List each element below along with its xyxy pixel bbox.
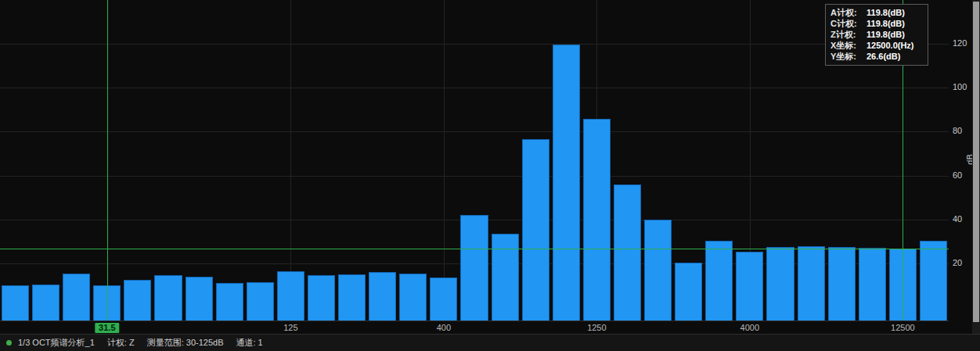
x-axis-tick-label: 1250 <box>587 323 606 333</box>
frequency-band-bar[interactable] <box>828 247 856 321</box>
chart-plot-area[interactable] <box>0 0 949 321</box>
x-axis: 31.51254001250400012500 <box>0 321 949 334</box>
frequency-band-bar[interactable] <box>920 241 947 321</box>
readout-row: C计权: 119.8(dB) <box>830 18 923 29</box>
frequency-band-bar[interactable] <box>766 247 794 321</box>
frequency-band-bar[interactable] <box>124 280 151 321</box>
vertical-scrollbar[interactable] <box>972 0 980 334</box>
readout-label-a-weight: A计权: <box>830 7 867 18</box>
x-axis-tick-label: 12500 <box>891 323 915 333</box>
y-axis-tick-label: 120 <box>953 38 967 48</box>
readout-row: X坐标: 12500.0(Hz) <box>830 40 923 51</box>
horizontal-gridline <box>0 88 949 88</box>
y-axis: dB 20406080100120 <box>949 0 972 321</box>
readout-label-x-coord: X坐标: <box>830 40 867 51</box>
frequency-band-bar[interactable] <box>583 119 611 321</box>
channel-indicator-dot <box>6 340 12 346</box>
readout-label-y-coord: Y坐标: <box>830 51 867 62</box>
y-axis-tick-label: 40 <box>953 214 962 224</box>
readout-row: Y坐标: 26.6(dB) <box>830 51 923 62</box>
readout-label-z-weight: Z计权: <box>830 29 867 40</box>
x-axis-tick-label: 125 <box>283 323 297 333</box>
frequency-band-bar[interactable] <box>675 263 702 321</box>
range-label: 测量范围: 30-125dB <box>147 337 224 349</box>
horizontal-gridline <box>0 44 949 45</box>
frequency-band-bar[interactable] <box>705 241 733 321</box>
readout-value-y-coord: 26.6(dB) <box>867 51 900 62</box>
frequency-band-bar[interactable] <box>186 277 213 321</box>
status-bar: 1/3 OCT频谱分析_1 计权: Z 测量范围: 30-125dB 通道: 1 <box>0 334 980 351</box>
frequency-band-bar[interactable] <box>492 234 519 321</box>
readout-value-a-weight: 119.8(dB) <box>867 7 905 18</box>
readout-value-c-weight: 119.8(dB) <box>867 18 905 29</box>
horizontal-gridline <box>0 176 949 177</box>
y-axis-tick-label: 100 <box>953 82 967 92</box>
x-axis-tick-label: 4000 <box>740 323 759 333</box>
measurement-title: 1/3 OCT频谱分析_1 <box>18 337 95 349</box>
frequency-band-bar[interactable] <box>644 220 672 321</box>
x-axis-cursor-badge: 31.5 <box>95 323 119 333</box>
readout-value-x-coord: 12500.0(Hz) <box>867 40 914 51</box>
frequency-band-bar[interactable] <box>522 139 549 321</box>
vertical-gridline <box>444 0 445 321</box>
readout-row: Z计权: 119.8(dB) <box>830 29 923 40</box>
spectrum-analyzer-window: 31.51254001250400012500 dB 2040608010012… <box>0 0 980 351</box>
frequency-band-bar[interactable] <box>859 248 886 321</box>
frequency-band-bar[interactable] <box>338 274 366 321</box>
readout-value-z-weight: 119.8(dB) <box>867 29 905 40</box>
frequency-band-bar[interactable] <box>369 272 396 321</box>
frequency-band-bar[interactable] <box>798 246 825 321</box>
y-axis-tick-label: 20 <box>953 258 962 268</box>
weighting-label: 计权: Z <box>107 337 135 349</box>
frequency-band-bar[interactable] <box>216 283 243 321</box>
frequency-band-bar[interactable] <box>2 285 29 321</box>
cursor-horizontal-line[interactable] <box>0 249 949 249</box>
frequency-band-bar[interactable] <box>277 271 304 321</box>
channel-label: 通道: 1 <box>236 337 262 349</box>
cursor-readout-panel: A计权: 119.8(dB) C计权: 119.8(dB) Z计权: 119.8… <box>825 4 928 66</box>
readout-row: A计权: 119.8(dB) <box>830 7 923 18</box>
frequency-band-bar[interactable] <box>154 275 182 321</box>
frequency-band-bar[interactable] <box>308 275 335 321</box>
y-axis-tick-label: 60 <box>953 170 962 181</box>
frequency-band-bar[interactable] <box>430 278 457 321</box>
frequency-band-bar[interactable] <box>460 215 488 321</box>
frequency-band-bar[interactable] <box>32 285 59 321</box>
frequency-band-bar[interactable] <box>553 45 580 321</box>
readout-label-c-weight: C计权: <box>830 18 867 29</box>
y-axis-tick-label: 80 <box>953 126 962 136</box>
frequency-band-bar[interactable] <box>399 274 427 321</box>
x-axis-tick-label: 400 <box>437 323 451 333</box>
frequency-band-bar[interactable] <box>63 274 90 321</box>
cursor-vertical-line[interactable] <box>107 0 108 321</box>
scrollbar-thumb[interactable] <box>973 2 979 322</box>
frequency-band-bar[interactable] <box>614 184 641 321</box>
frequency-band-bar[interactable] <box>247 282 274 321</box>
frequency-band-bar[interactable] <box>736 252 763 321</box>
horizontal-gridline <box>0 131 949 132</box>
